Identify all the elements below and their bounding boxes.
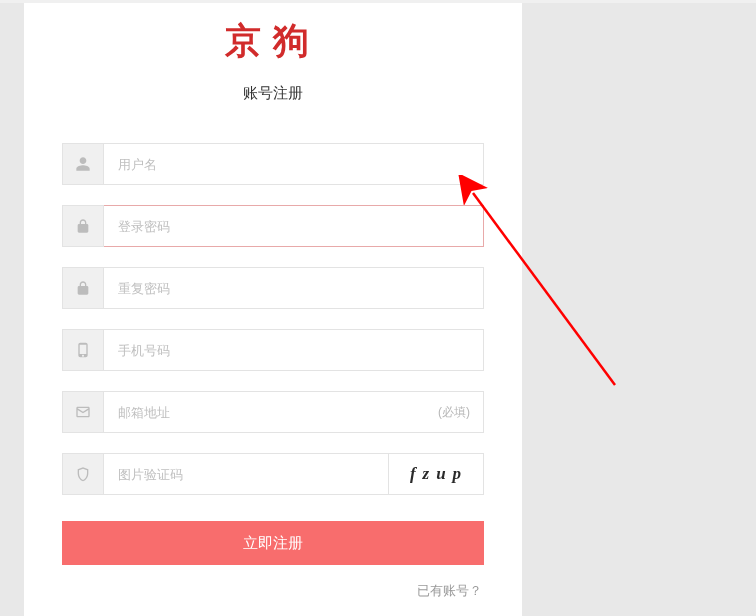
phone-icon (62, 329, 104, 371)
field-password-repeat (62, 267, 484, 309)
username-input[interactable] (104, 143, 484, 185)
register-form: (必填) fzup 立即注册 已有账号？ (24, 143, 522, 600)
field-password (62, 205, 484, 247)
lock-icon (62, 205, 104, 247)
field-username (62, 143, 484, 185)
site-logo: 京狗 (24, 3, 522, 66)
background-area (522, 3, 756, 616)
password-repeat-input[interactable] (104, 267, 484, 309)
register-card: 京狗 账号注册 (24, 3, 522, 616)
page-title: 账号注册 (24, 84, 522, 103)
email-icon (62, 391, 104, 433)
email-input[interactable] (104, 391, 484, 433)
captcha-input[interactable] (104, 453, 389, 495)
field-captcha: fzup (62, 453, 484, 495)
submit-button[interactable]: 立即注册 (62, 521, 484, 565)
field-email: (必填) (62, 391, 484, 433)
user-icon (62, 143, 104, 185)
login-link[interactable]: 已有账号？ (417, 583, 482, 598)
phone-input[interactable] (104, 329, 484, 371)
password-input[interactable] (104, 205, 484, 247)
lock-icon (62, 267, 104, 309)
left-gutter (0, 3, 24, 616)
captcha-image[interactable]: fzup (389, 453, 484, 495)
shield-icon (62, 453, 104, 495)
field-phone (62, 329, 484, 371)
